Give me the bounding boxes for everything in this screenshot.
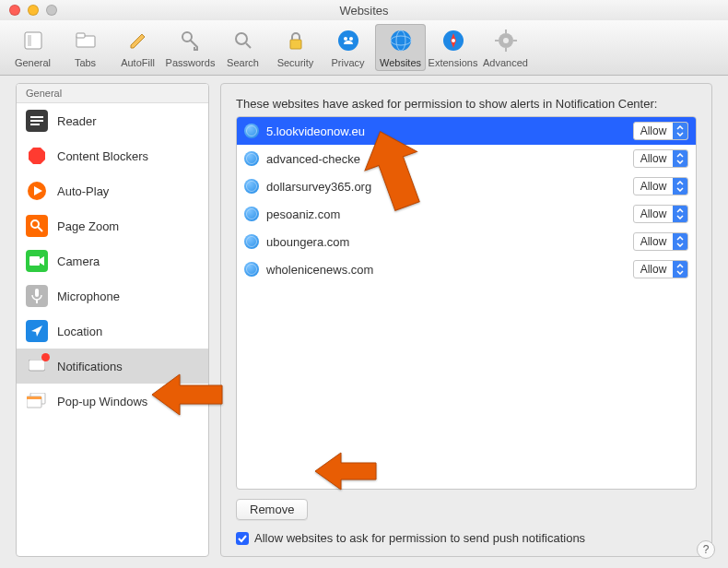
globe-icon xyxy=(388,28,414,53)
svg-rect-18 xyxy=(505,48,507,52)
titlebar: Websites xyxy=(0,0,728,20)
sidebar-item-reader[interactable]: Reader xyxy=(17,103,208,138)
globe-icon xyxy=(244,207,259,221)
toolbar-search[interactable]: Search xyxy=(217,24,268,71)
toolbar-autofill[interactable]: AutoFill xyxy=(112,24,163,71)
website-name: dollarsurvey365.org xyxy=(266,180,633,194)
svg-point-14 xyxy=(452,39,455,42)
window-title: Websites xyxy=(0,4,728,18)
sidebar-item-notifications[interactable]: Notifications xyxy=(17,349,208,384)
toolbar-privacy[interactable]: Privacy xyxy=(323,24,373,71)
toolbar-label: Privacy xyxy=(331,57,364,68)
chevron-updown-icon xyxy=(673,206,687,222)
svg-marker-29 xyxy=(40,256,44,266)
svg-rect-28 xyxy=(29,256,40,266)
toolbar-advanced[interactable]: Advanced xyxy=(480,24,531,71)
permission-select[interactable]: Allow xyxy=(633,205,688,223)
website-row[interactable]: wholenicenews.com Allow xyxy=(237,255,696,283)
permission-select[interactable]: Allow xyxy=(633,177,688,195)
sidebar-item-page-zoom[interactable]: Page Zoom xyxy=(17,208,208,243)
camera-icon xyxy=(26,250,48,272)
permission-label: Allow xyxy=(634,206,673,222)
sidebar-header: General xyxy=(17,84,208,103)
svg-rect-36 xyxy=(27,396,41,399)
svg-point-5 xyxy=(236,33,247,44)
svg-rect-1 xyxy=(28,35,31,46)
chevron-updown-icon xyxy=(673,123,687,139)
svg-point-10 xyxy=(391,30,411,51)
website-name: advanced-checke xyxy=(266,152,633,166)
sidebar: General Reader Content Blockers Auto-Pla… xyxy=(16,83,209,557)
chevron-updown-icon xyxy=(673,261,687,278)
windows-icon xyxy=(26,390,48,412)
website-name: 5.lookvideonow.eu xyxy=(266,124,633,138)
toolbar-label: Search xyxy=(227,57,259,68)
toolbar-label: Passwords xyxy=(166,57,216,68)
toolbar-label: Security xyxy=(277,57,314,68)
chevron-updown-icon xyxy=(673,178,687,195)
allow-permission-checkbox-row[interactable]: Allow websites to ask for permission to … xyxy=(236,531,585,545)
toolbar-general[interactable]: General xyxy=(7,24,58,71)
website-row[interactable]: dollarsurvey365.org Allow xyxy=(237,172,696,200)
svg-rect-33 xyxy=(29,360,45,371)
sidebar-item-label: Location xyxy=(57,325,102,338)
toolbar-label: Advanced xyxy=(483,57,528,68)
website-name: pesoaniz.com xyxy=(266,207,633,221)
toolbar-label: Extensions xyxy=(429,57,478,68)
toolbar-extensions[interactable]: Extensions xyxy=(428,24,478,71)
svg-rect-31 xyxy=(36,300,38,303)
sidebar-item-camera[interactable]: Camera xyxy=(17,243,208,278)
globe-icon xyxy=(244,234,259,249)
sidebar-item-label: Pop-up Windows xyxy=(57,395,147,408)
permission-label: Allow xyxy=(634,233,673,250)
gear-icon xyxy=(493,28,519,53)
location-icon xyxy=(26,320,48,342)
svg-marker-24 xyxy=(29,148,45,164)
key-icon xyxy=(178,28,204,53)
sidebar-item-popup-windows[interactable]: Pop-up Windows xyxy=(17,384,208,419)
toolbar-passwords[interactable]: Passwords xyxy=(165,24,216,71)
checkbox-label: Allow websites to ask for permission to … xyxy=(254,531,585,545)
permission-select[interactable]: Allow xyxy=(633,122,688,140)
microphone-icon xyxy=(26,285,48,307)
toolbar-tabs[interactable]: Tabs xyxy=(60,24,111,71)
svg-point-16 xyxy=(503,38,509,43)
remove-button[interactable]: Remove xyxy=(236,499,308,520)
reader-icon xyxy=(26,110,48,132)
checkbox-checked-icon[interactable] xyxy=(236,532,249,545)
svg-rect-22 xyxy=(30,120,43,122)
sidebar-item-microphone[interactable]: Microphone xyxy=(17,278,208,314)
sidebar-item-label: Camera xyxy=(57,254,100,268)
permission-select[interactable]: Allow xyxy=(633,232,688,251)
svg-rect-19 xyxy=(495,40,499,41)
permission-label: Allow xyxy=(634,150,673,167)
permission-select[interactable]: Allow xyxy=(633,260,688,278)
zoom-icon xyxy=(26,215,48,237)
website-row[interactable]: 5.lookvideonow.eu Allow xyxy=(237,117,696,145)
privacy-icon xyxy=(335,28,361,53)
preferences-toolbar: General Tabs AutoFill Passwords Search S… xyxy=(0,20,728,76)
toolbar-websites[interactable]: Websites xyxy=(375,24,426,71)
search-icon xyxy=(230,28,256,53)
sidebar-item-content-blockers[interactable]: Content Blockers xyxy=(17,138,208,173)
tabs-icon xyxy=(73,28,99,53)
compass-icon xyxy=(440,28,466,53)
chevron-updown-icon xyxy=(673,233,687,250)
sidebar-item-location[interactable]: Location xyxy=(17,314,208,349)
toolbar-security[interactable]: Security xyxy=(270,24,321,71)
bottom-controls: Remove Allow websites to ask for permiss… xyxy=(236,490,697,545)
svg-rect-30 xyxy=(35,289,39,297)
sidebar-item-auto-play[interactable]: Auto-Play xyxy=(17,173,208,208)
svg-rect-6 xyxy=(290,40,301,49)
svg-rect-23 xyxy=(30,124,40,125)
permission-label: Allow xyxy=(634,123,673,139)
help-button[interactable]: ? xyxy=(697,540,715,559)
website-row[interactable]: pesoaniz.com Allow xyxy=(237,200,696,228)
permission-label: Allow xyxy=(634,178,673,195)
main-panel: General Reader Content Blockers Auto-Pla… xyxy=(16,83,712,557)
website-row[interactable]: uboungera.com Allow xyxy=(237,228,696,255)
permission-select[interactable]: Allow xyxy=(633,149,688,168)
sidebar-item-label: Auto-Play xyxy=(57,184,109,198)
website-row[interactable]: advanced-checke Allow xyxy=(237,145,696,172)
toolbar-label: AutoFill xyxy=(121,57,155,68)
